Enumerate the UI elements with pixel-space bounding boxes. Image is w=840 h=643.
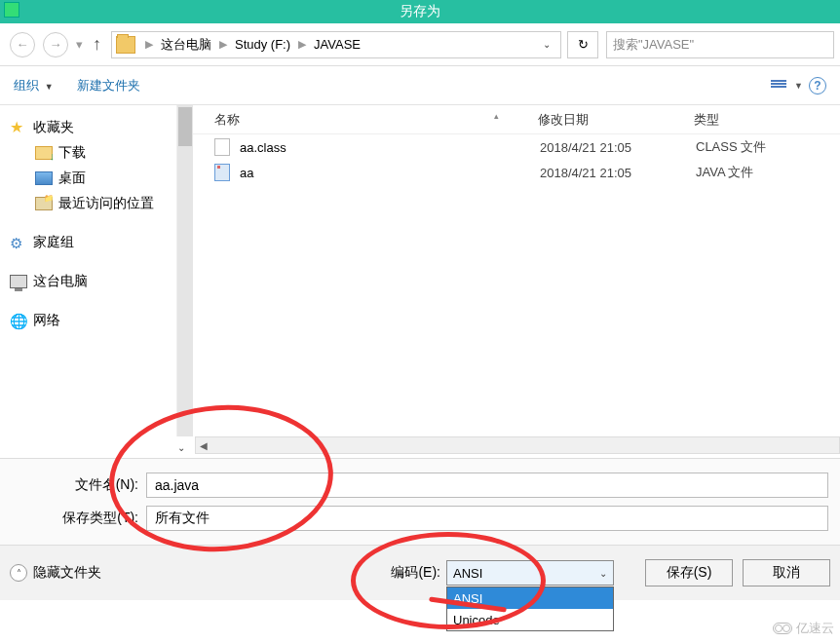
help-icon[interactable]: ?: [809, 77, 826, 95]
sidebar-item-recent[interactable]: 最近访问的位置: [8, 191, 169, 216]
sidebar-item-downloads[interactable]: 下载: [8, 140, 169, 166]
chevron-right-icon: ▶: [298, 38, 306, 51]
file-type: CLASS 文件: [696, 138, 766, 156]
sidebar-homegroup[interactable]: ⚙ 家庭组: [8, 230, 169, 255]
organize-label: 组织: [14, 78, 39, 93]
sidebar-item-label: 最近访问的位置: [58, 195, 154, 212]
search-placeholder: 搜索"JAVASE": [613, 36, 694, 54]
dropdown-icon: ⌄: [599, 568, 607, 579]
filename-label: 文件名(N):: [0, 476, 146, 494]
encoding-option[interactable]: Unicode: [447, 609, 613, 630]
form-area: 文件名(N): aa.java 保存类型(T): 所有文件: [0, 458, 840, 545]
column-label: 名称: [214, 112, 240, 127]
watermark: 亿速云: [773, 620, 834, 637]
column-header-type[interactable]: 类型: [694, 111, 840, 129]
sidebar-item-label: 网络: [33, 312, 60, 329]
dropdown-icon[interactable]: ▼: [794, 81, 803, 91]
network-icon: 🌐: [10, 313, 27, 328]
encoding-select[interactable]: ANSI ⌄ ANSI Unicode: [446, 560, 614, 586]
hide-folders-label: 隐藏文件夹: [33, 564, 101, 582]
file-name: aa.class: [240, 140, 540, 155]
sidebar-favorites[interactable]: ★ 收藏夹: [8, 115, 169, 140]
up-button[interactable]: ↑: [93, 34, 101, 55]
encoding-dropdown: ANSI Unicode: [446, 586, 614, 631]
bottom-bar: ˄ 隐藏文件夹 编码(E): ANSI ⌄ ANSI Unicode 保存(S)…: [0, 545, 840, 600]
file-icon: [214, 164, 230, 181]
folder-icon: [116, 36, 135, 54]
file-name: aa: [240, 166, 540, 180]
breadcrumb-dropdown-icon[interactable]: ⌄: [535, 39, 558, 50]
recent-icon: [35, 197, 53, 210]
computer-icon: [10, 275, 27, 288]
title-bar: 另存为: [0, 0, 840, 23]
chevron-up-icon: ˄: [10, 564, 27, 582]
organize-menu[interactable]: 组织 ▼: [14, 77, 54, 95]
file-row[interactable]: aa.class2018/4/21 21:05CLASS 文件: [193, 134, 840, 160]
view-options-icon[interactable]: [771, 79, 788, 93]
filetype-label: 保存类型(T):: [0, 510, 146, 527]
app-icon: [4, 2, 19, 18]
chevron-right-icon: ▶: [145, 38, 153, 51]
breadcrumb-item[interactable]: 这台电脑: [157, 34, 215, 56]
column-header-name[interactable]: 名称 ▴: [193, 111, 538, 129]
desktop-icon: [35, 171, 53, 185]
forward-button[interactable]: →: [43, 32, 68, 57]
column-header-date[interactable]: 修改日期: [538, 111, 694, 129]
sidebar-item-label: 收藏夹: [33, 119, 74, 136]
breadcrumb-item[interactable]: JAVASE: [310, 35, 364, 54]
filename-value: aa.java: [155, 477, 199, 493]
sidebar-item-label: 桌面: [58, 170, 86, 187]
sidebar-scrollbar[interactable]: [177, 105, 193, 436]
sort-indicator-icon: ▴: [494, 111, 499, 121]
sidebar-this-pc[interactable]: 这台电脑: [8, 269, 169, 294]
watermark-icon: [773, 623, 792, 634]
encoding-value: ANSI: [453, 566, 482, 581]
window-title: 另存为: [400, 3, 440, 20]
file-icon: [214, 138, 230, 156]
new-folder-button[interactable]: 新建文件夹: [77, 77, 140, 95]
sidebar-item-label: 这台电脑: [33, 273, 88, 290]
breadcrumb-item[interactable]: Study (F:): [231, 35, 294, 54]
sidebar-network[interactable]: 🌐 网络: [8, 308, 169, 333]
homegroup-icon: ⚙: [10, 235, 27, 250]
nav-bar: ← → ▾ ↑ ▶ 这台电脑 ▶ Study (F:) ▶ JAVASE ⌄ ↻…: [0, 23, 840, 66]
history-dropdown-icon[interactable]: ▾: [72, 37, 87, 52]
sidebar-item-label: 下载: [58, 144, 86, 162]
chevron-right-icon: ▶: [219, 38, 227, 51]
collapse-sidebar-icon[interactable]: ⌄: [172, 440, 191, 455]
file-list: 名称 ▴ 修改日期 类型 aa.class2018/4/21 21:05CLAS…: [193, 105, 840, 436]
star-icon: ★: [10, 120, 27, 135]
search-input[interactable]: 搜索"JAVASE": [606, 31, 834, 58]
hide-folders-toggle[interactable]: ˄ 隐藏文件夹: [10, 564, 101, 582]
toolbar: 组织 ▼ 新建文件夹 ▼ ?: [0, 66, 840, 105]
save-button[interactable]: 保存(S): [645, 559, 733, 586]
refresh-button[interactable]: ↻: [567, 31, 598, 58]
cancel-button[interactable]: 取消: [743, 559, 830, 586]
filetype-value: 所有文件: [155, 510, 210, 527]
filetype-select[interactable]: 所有文件: [146, 506, 828, 531]
scroll-left-icon[interactable]: ◀: [196, 440, 211, 451]
column-headers: 名称 ▴ 修改日期 类型: [193, 105, 840, 134]
main-area: ★ 收藏夹 下载 桌面 最近访问的位置 ⚙ 家庭组: [0, 105, 840, 436]
breadcrumb[interactable]: ▶ 这台电脑 ▶ Study (F:) ▶ JAVASE ⌄: [111, 31, 561, 58]
encoding-label: 编码(E):: [391, 564, 440, 582]
sidebar: ★ 收藏夹 下载 桌面 最近访问的位置 ⚙ 家庭组: [0, 105, 177, 436]
sidebar-item-label: 家庭组: [33, 234, 74, 251]
watermark-text: 亿速云: [796, 620, 834, 637]
sidebar-item-desktop[interactable]: 桌面: [8, 166, 169, 191]
horizontal-scrollbar[interactable]: ◀: [195, 436, 840, 454]
filename-input[interactable]: aa.java: [146, 473, 828, 498]
file-type: JAVA 文件: [696, 164, 753, 181]
download-folder-icon: [35, 146, 53, 160]
file-date: 2018/4/21 21:05: [540, 166, 696, 180]
file-row[interactable]: aa2018/4/21 21:05JAVA 文件: [193, 160, 840, 185]
file-date: 2018/4/21 21:05: [540, 140, 696, 155]
dropdown-icon: ▼: [45, 82, 54, 92]
back-button[interactable]: ←: [10, 32, 35, 57]
